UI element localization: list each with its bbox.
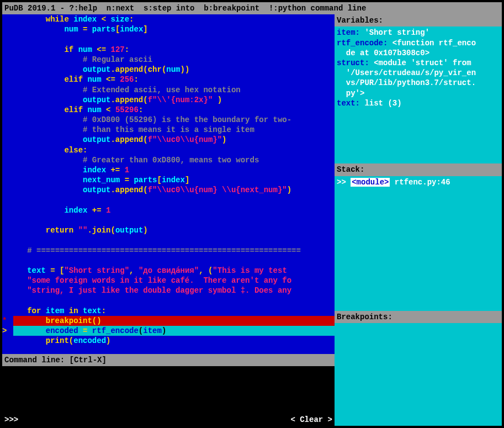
variable-entry[interactable]: struct: <module 'struct' from '/Users/ct… xyxy=(337,58,500,98)
variables-list[interactable]: item: 'Short string'rtf_encode: <functio… xyxy=(335,27,502,163)
gutter xyxy=(2,155,13,165)
gutter xyxy=(2,35,13,45)
gutter xyxy=(2,95,13,105)
code-line[interactable]: index += 1 xyxy=(2,205,335,215)
gutter xyxy=(2,336,13,346)
code-line[interactable]: else: xyxy=(2,145,335,155)
breakpoints-header: Breakpoints: xyxy=(335,311,502,323)
variables-panel: Variables: item: 'Short string'rtf_encod… xyxy=(335,14,502,163)
gutter xyxy=(2,246,13,256)
code-line[interactable]: text = ["Short string", "до свида́ния", … xyxy=(2,266,335,276)
stack-header: Stack: xyxy=(335,163,502,176)
code-line[interactable]: # 0xD800 (55296) is the the boundary for… xyxy=(2,115,335,125)
code-line[interactable]: print(encoded) xyxy=(2,336,335,346)
gutter xyxy=(2,256,13,266)
gutter xyxy=(2,225,13,235)
gutter xyxy=(2,235,13,245)
code-line[interactable]: # Extended ascii, use hex notation xyxy=(2,85,335,95)
right-panel: Variables: item: 'Short string'rtf_encod… xyxy=(335,14,502,426)
code-line[interactable]: # than this means it is a single item xyxy=(2,125,335,135)
variables-header: Variables: xyxy=(335,14,502,27)
code-line[interactable]: output.append(f"\\uc0\\u{num}") xyxy=(2,135,335,145)
code-line[interactable]: elif num <= 256: xyxy=(2,75,335,84)
gutter xyxy=(2,135,13,145)
code-line[interactable]: > encoded = rtf_encode(item) xyxy=(2,326,335,336)
gutter xyxy=(2,55,13,65)
gutter: * xyxy=(2,316,13,326)
code-line[interactable]: * breakpoint() xyxy=(2,316,335,326)
code-line[interactable]: # Regular ascii xyxy=(2,55,335,65)
pudb-window: PuDB 2019.1 - ?:help n:next s:step into … xyxy=(0,0,504,428)
gutter xyxy=(2,65,13,75)
breakpoints-list[interactable] xyxy=(335,323,502,426)
title-bar: PuDB 2019.1 - ?:help n:next s:step into … xyxy=(2,2,502,14)
code-line[interactable]: output.append(f"\\'{num:2x}" ) xyxy=(2,95,335,105)
clear-button[interactable]: < Clear > xyxy=(290,415,332,425)
code-line[interactable]: for item in text: xyxy=(2,306,335,316)
code-line[interactable]: elif num < 55296: xyxy=(2,105,335,115)
gutter xyxy=(2,75,13,84)
gutter xyxy=(2,175,13,185)
gutter xyxy=(2,286,13,295)
breakpoints-panel: Breakpoints: xyxy=(335,311,502,426)
code-line[interactable]: # ======================================… xyxy=(2,246,335,256)
stack-panel: Stack: >> <module> rtfenc.py:46 xyxy=(335,163,502,310)
command-line-label: Command line: [Ctrl-X] xyxy=(2,354,335,366)
code-line[interactable] xyxy=(2,215,335,225)
variable-entry[interactable]: item: 'Short string' xyxy=(337,28,500,38)
code-line[interactable] xyxy=(2,35,335,45)
gutter xyxy=(2,14,13,24)
gutter xyxy=(2,85,13,95)
code-line[interactable]: # Greater than 0xD800, means two words xyxy=(2,155,335,165)
main-layout: while index < size: num = parts[index] i… xyxy=(2,14,502,426)
gutter xyxy=(2,105,13,115)
code-line[interactable]: index += 1 xyxy=(2,165,335,175)
code-line[interactable]: num = parts[index] xyxy=(2,24,335,34)
stack-list[interactable]: >> <module> rtfenc.py:46 xyxy=(335,176,502,311)
code-line[interactable] xyxy=(2,195,335,205)
gutter xyxy=(2,185,13,195)
code-line[interactable]: return "".join(output) xyxy=(2,225,335,235)
stack-frame[interactable]: >> <module> rtfenc.py:46 xyxy=(337,177,500,187)
code-line[interactable]: "some foreign words in it like café. The… xyxy=(2,276,335,286)
gutter xyxy=(2,45,13,55)
gutter xyxy=(2,195,13,205)
gutter xyxy=(2,145,13,155)
gutter xyxy=(2,295,13,305)
code-line[interactable]: output.append(chr(num)) xyxy=(2,65,335,75)
code-line[interactable] xyxy=(2,256,335,266)
code-panel: while index < size: num = parts[index] i… xyxy=(2,14,335,426)
gutter xyxy=(2,24,13,34)
code-line[interactable] xyxy=(2,235,335,245)
console-prompt: >>> xyxy=(4,415,18,425)
code-line[interactable]: if num <= 127: xyxy=(2,45,335,55)
code-line[interactable]: while index < size: xyxy=(2,14,335,24)
code-line[interactable]: next_num = parts[index] xyxy=(2,175,335,185)
gutter xyxy=(2,115,13,125)
gutter xyxy=(2,215,13,225)
variable-entry[interactable]: text: list (3) xyxy=(337,98,500,108)
gutter: > xyxy=(2,326,13,336)
code-line[interactable]: output.append(f"\\uc0\\u{num} \\u{next_n… xyxy=(2,185,335,195)
gutter xyxy=(2,205,13,215)
gutter xyxy=(2,276,13,286)
variable-entry[interactable]: rtf_encode: <function rtf_enco de at 0x1… xyxy=(337,38,500,58)
code-line[interactable]: "string, I just like the double dagger s… xyxy=(2,286,335,295)
source-code[interactable]: while index < size: num = parts[index] i… xyxy=(2,14,335,354)
gutter xyxy=(2,306,13,316)
gutter xyxy=(2,125,13,135)
gutter xyxy=(2,165,13,175)
code-line[interactable] xyxy=(2,295,335,305)
console[interactable]: >>> < Clear > xyxy=(2,366,335,426)
gutter xyxy=(2,266,13,276)
